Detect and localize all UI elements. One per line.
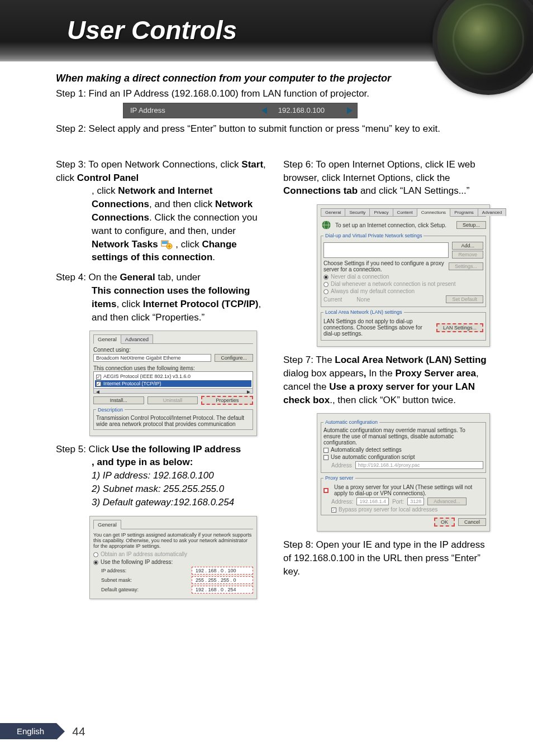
checkbox-bypass[interactable]: ✓ (331, 508, 336, 513)
radio-auto[interactable] (93, 552, 98, 557)
section-heading: When making a direct connection from you… (56, 73, 494, 84)
radio-never[interactable] (323, 275, 329, 280)
advanced-button[interactable]: Advanced... (427, 497, 467, 505)
connect-using-label: Connect using: (93, 347, 253, 353)
svg-rect-1 (162, 241, 168, 244)
step-2: Step 2: Select apply and press “Enter” b… (56, 123, 494, 136)
checkbox-icon[interactable]: ✓ (96, 381, 101, 386)
configure-button[interactable]: Configure... (215, 354, 253, 362)
screenshot-connections-tab: General Security Privacy Content Connect… (317, 204, 490, 347)
step-6-label: Step 6: (283, 159, 316, 170)
install-button[interactable]: Install... (93, 396, 144, 404)
screenshot-lan-settings: Automatic configuration Automatic config… (317, 413, 490, 532)
ip-bar-label: IP Address (123, 106, 257, 114)
scroll-left-icon[interactable]: ◄ (95, 389, 101, 393)
remove-button[interactable]: Remove (452, 251, 483, 259)
step-5-line1: 1) IP address: 192.168.0.100 (56, 469, 266, 482)
step-3-label: Step 3: (56, 159, 88, 170)
auto-config-legend: Automatic configuration (323, 419, 379, 425)
checkbox-use-proxy[interactable] (323, 488, 329, 493)
tab-privacy[interactable]: Privacy (369, 208, 393, 216)
ip-address-label: IP address: (101, 568, 126, 573)
tab-programs[interactable]: Programs (450, 208, 478, 216)
step-1-label: Step 1: (56, 88, 89, 99)
right-column: Step 6: To open Internet Options, click … (283, 158, 494, 606)
port-label: Port: (392, 499, 404, 505)
tab-general[interactable]: General (93, 334, 121, 344)
step-2-text-start: Select apply and press “Enter” button to… (89, 123, 440, 134)
tab-general[interactable]: General (321, 208, 345, 216)
scroll-right-icon[interactable]: ► (246, 389, 251, 393)
default-gateway-input[interactable]: 192 . 168 . 0 . 254 (192, 586, 253, 594)
lan-heading: Local Area Network (LAN) settings (323, 309, 404, 315)
list-item: ✓Internet Protocol (TCP/IP) (95, 380, 251, 387)
step-7-label: Step 7: (283, 355, 316, 365)
ip-address-bar: IP Address 192.168.0.100 (123, 103, 358, 118)
setup-button[interactable]: Setup... (456, 221, 486, 229)
ip-intro-text: You can get IP settings assigned automat… (93, 532, 253, 549)
tab-advanced[interactable]: Advanced (478, 208, 507, 216)
cancel-button[interactable]: Cancel (458, 518, 486, 526)
uninstall-button[interactable]: Uninstall (147, 396, 198, 404)
footer-language: English (0, 723, 56, 739)
network-task-icon (160, 240, 173, 250)
page-header: User Controls (0, 0, 533, 61)
dialup-heading: Dial-up and Virtual Private Network sett… (323, 233, 423, 238)
dialup-list[interactable] (323, 242, 449, 258)
tab-advanced[interactable]: Advanced (121, 334, 153, 343)
port-input[interactable]: 3128 (407, 497, 424, 505)
checkbox-icon[interactable]: ✓ (96, 375, 101, 380)
add-button[interactable]: Add... (452, 242, 483, 250)
ok-button[interactable]: OK (434, 518, 455, 527)
script-address-input[interactable]: http://192.168.1.4/proxy.pac (355, 461, 483, 469)
current-label: Current (323, 296, 342, 303)
checkbox-auto-detect[interactable] (323, 448, 329, 453)
settings-button[interactable]: Settings... (449, 262, 483, 270)
use-proxy-label: Use a proxy server for your LAN (These s… (334, 484, 483, 496)
description-legend: Description (96, 407, 125, 413)
subnet-mask-label: Subnet mask: (101, 577, 132, 583)
step-5-line3: 3) Default gateway:192.168.0.254 (56, 496, 266, 509)
page-content: When making a direct connection from you… (0, 61, 533, 606)
step-8: Step 8: Open your IE and type in the IP … (283, 538, 494, 578)
ip-address-input[interactable]: 192 . 168 . 0 . 100 (192, 567, 253, 575)
choose-settings-text: Choose Settings if you need to configure… (323, 260, 445, 272)
radio-always[interactable] (323, 289, 329, 294)
step-3: Step 3: To open Network Connections, cli… (56, 158, 266, 264)
step-5: Step 5: Click Use the following IP addre… (56, 443, 266, 509)
globe-icon (321, 219, 332, 231)
tab-connections[interactable]: Connections (417, 208, 450, 217)
screenshot-ip-settings: General You can get IP settings assigned… (89, 516, 257, 599)
subnet-mask-input[interactable]: 255 . 255 . 255 . 0 (192, 576, 253, 584)
list-item: ✓AEGIS Protocol (IEEE 802.1x) v3.1.6.0 (95, 373, 251, 380)
proxy-legend: Proxy server (323, 475, 355, 481)
adapter-field: Broadcom NetXtreme Gigabit Etherne (93, 354, 211, 362)
description-text: Transmission Control Protocol/Internet P… (96, 415, 250, 427)
scrollbar[interactable]: ◄ ► (93, 388, 253, 394)
step-4-label: Step 4: (56, 272, 89, 283)
proxy-address-input[interactable]: 192.168.1.4 (356, 497, 389, 505)
arrow-left-icon (261, 107, 267, 114)
step-1: Step 1: Find an IP Address (192.168.0.10… (56, 88, 494, 101)
properties-button[interactable]: Properties (201, 396, 253, 405)
step-5-line2: 2) Subnet mask: 255.255.255.0 (56, 482, 266, 496)
tab-content[interactable]: Content (393, 208, 417, 216)
set-default-button[interactable]: Set Default (446, 295, 483, 303)
auto-config-text: Automatic configuration may override man… (323, 427, 483, 446)
page-title: User Controls (0, 15, 237, 45)
tab-security[interactable]: Security (345, 208, 370, 216)
tab-general[interactable]: General (93, 520, 121, 529)
ip-bar-value: 192.168.0.100 (278, 106, 336, 114)
arrow-right-icon (347, 107, 353, 114)
radio-manual[interactable] (93, 560, 98, 565)
lan-settings-button[interactable]: LAN Settings... (436, 323, 483, 332)
step-4: Step 4: On the General tab, under This c… (56, 271, 266, 324)
default-gateway-label: Default gateway: (101, 587, 139, 592)
step-2-label: Step 2: (56, 123, 89, 134)
proxy-address-label: Address: (331, 499, 353, 505)
page-footer: English 44 (0, 723, 85, 739)
uses-items-label: This connection uses the following items… (93, 365, 253, 371)
step-7: Step 7: The Local Area Network (LAN) Set… (283, 353, 494, 406)
radio-dial[interactable] (323, 282, 329, 287)
checkbox-auto-script[interactable] (323, 455, 329, 460)
